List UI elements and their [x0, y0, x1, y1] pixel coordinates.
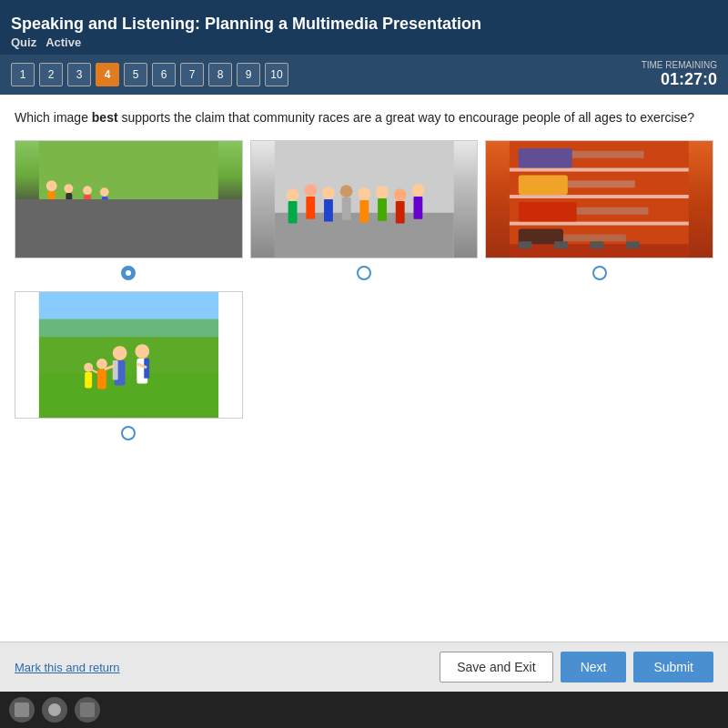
page-title: Speaking and Listening: Planning a Multi… — [11, 15, 717, 34]
svg-rect-26 — [395, 201, 404, 224]
svg-rect-59 — [85, 371, 92, 388]
svg-point-64 — [48, 703, 61, 716]
toolbar-buttons: Save and Exit Next Submit — [440, 652, 713, 682]
svg-rect-48 — [39, 318, 218, 372]
question-btn-3[interactable]: 3 — [67, 63, 91, 86]
svg-rect-18 — [324, 199, 333, 222]
top-bar — [0, 0, 728, 7]
svg-rect-0 — [39, 141, 218, 258]
svg-point-27 — [411, 184, 424, 197]
radio-2[interactable] — [357, 266, 371, 280]
radio-3[interactable] — [592, 266, 607, 280]
svg-point-23 — [376, 186, 389, 198]
quiz-nav-bar: 1 2 3 4 5 6 7 8 9 10 TIME REMAINING 01:2… — [0, 55, 728, 95]
svg-point-21 — [358, 187, 370, 200]
svg-rect-24 — [378, 198, 387, 221]
svg-point-3 — [46, 180, 57, 191]
timer-label: TIME REMAINING — [642, 60, 717, 70]
svg-rect-35 — [519, 202, 577, 222]
radio-1[interactable] — [121, 266, 136, 280]
top-images-row — [15, 140, 713, 258]
question-btn-1[interactable]: 1 — [11, 63, 35, 86]
question-numbers: 1 2 3 4 5 6 7 8 9 10 — [11, 63, 288, 86]
image-4[interactable] — [15, 291, 243, 419]
question-btn-9[interactable]: 9 — [237, 63, 260, 86]
svg-rect-28 — [413, 197, 422, 219]
next-button[interactable]: Next — [561, 652, 627, 682]
question-btn-4[interactable]: 4 — [96, 63, 119, 86]
svg-rect-8 — [102, 197, 108, 210]
image-1[interactable] — [15, 140, 243, 258]
question-text: Which image best supports the claim that… — [15, 109, 713, 127]
svg-rect-45 — [626, 241, 640, 248]
radio-4[interactable] — [121, 426, 136, 440]
mark-return-link[interactable]: Mark this and return — [15, 661, 120, 674]
question-btn-6[interactable]: 6 — [152, 63, 176, 86]
taskbar — [0, 692, 728, 728]
image-2[interactable] — [250, 140, 479, 258]
question-btn-2[interactable]: 2 — [39, 63, 63, 86]
taskbar-icon-1[interactable] — [9, 697, 35, 723]
image-3[interactable] — [485, 140, 713, 258]
svg-rect-34 — [519, 175, 568, 195]
submit-button[interactable]: Submit — [633, 652, 713, 682]
svg-rect-63 — [15, 703, 29, 717]
svg-point-50 — [113, 346, 127, 360]
question-btn-8[interactable]: 8 — [208, 63, 232, 86]
svg-point-53 — [135, 344, 149, 359]
question-bold: best — [92, 110, 118, 125]
svg-point-58 — [84, 362, 93, 371]
svg-rect-44 — [591, 241, 604, 248]
svg-rect-1 — [39, 204, 218, 258]
image-option-3 — [485, 140, 713, 258]
svg-rect-22 — [359, 200, 369, 223]
svg-point-17 — [322, 187, 335, 199]
quiz-status: Quiz Active — [11, 35, 717, 49]
image-option-4 — [15, 291, 243, 440]
svg-rect-42 — [519, 241, 532, 248]
svg-rect-49 — [39, 372, 218, 417]
svg-rect-52 — [113, 360, 118, 380]
radio-row-1 — [15, 266, 713, 280]
svg-point-15 — [304, 184, 317, 197]
svg-rect-43 — [554, 241, 568, 248]
image-option-1 — [15, 140, 243, 258]
svg-point-7 — [83, 186, 92, 195]
svg-rect-30 — [510, 167, 689, 171]
question-text-before: Which image — [15, 110, 92, 125]
svg-point-5 — [64, 184, 73, 193]
question-btn-5[interactable]: 5 — [124, 63, 147, 86]
main-content: Which image best supports the claim that… — [0, 95, 728, 642]
header: Speaking and Listening: Planning a Multi… — [0, 7, 728, 55]
second-row-images — [15, 291, 713, 440]
bottom-toolbar: Mark this and return Save and Exit Next … — [0, 642, 728, 692]
svg-rect-32 — [510, 221, 689, 225]
svg-point-25 — [394, 188, 407, 201]
svg-rect-55 — [144, 359, 149, 379]
quiz-label: Quiz — [11, 35, 36, 49]
image-option-2 — [250, 140, 479, 258]
svg-point-9 — [100, 187, 109, 197]
svg-rect-14 — [288, 201, 297, 224]
taskbar-icon-2[interactable] — [42, 697, 67, 723]
svg-rect-31 — [510, 195, 689, 198]
status-badge: Active — [46, 35, 81, 49]
svg-point-19 — [339, 185, 352, 197]
save-exit-button[interactable]: Save and Exit — [440, 652, 552, 682]
svg-rect-33 — [519, 147, 572, 167]
question-btn-10[interactable]: 10 — [265, 63, 288, 86]
radio-option-4[interactable] — [15, 426, 243, 440]
svg-rect-6 — [84, 195, 91, 210]
svg-rect-57 — [97, 369, 106, 389]
radio-option-3[interactable] — [485, 266, 713, 280]
svg-rect-16 — [306, 197, 315, 219]
svg-rect-2 — [48, 190, 56, 208]
radio-option-1[interactable] — [15, 266, 243, 280]
svg-rect-20 — [341, 197, 350, 220]
question-btn-7[interactable]: 7 — [180, 63, 204, 86]
taskbar-icon-3[interactable] — [75, 697, 100, 723]
radio-option-2[interactable] — [250, 266, 479, 280]
svg-rect-4 — [66, 193, 72, 209]
svg-point-13 — [286, 188, 298, 201]
timer-area: TIME REMAINING 01:27:0 — [642, 60, 717, 89]
